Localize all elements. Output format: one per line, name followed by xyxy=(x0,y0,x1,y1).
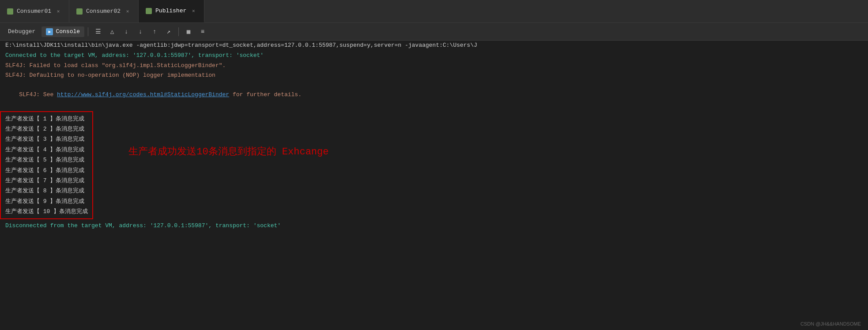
message-line-1: 生产者发送【 1 】条消息完成 xyxy=(5,114,88,124)
console-area: E:\install\JDK11\install\bin\java.exe -a… xyxy=(0,41,868,330)
tab-consumer02[interactable]: Consumer02 ✕ xyxy=(69,0,139,22)
tab-icon-publisher xyxy=(146,8,152,14)
message-row: 生产者发送【 1 】条消息完成生产者发送【 2 】条消息完成生产者发送【 3 】… xyxy=(0,109,868,221)
tab-consumer01[interactable]: Consumer01 ✕ xyxy=(0,0,69,22)
tab-label-consumer01: Consumer01 xyxy=(17,8,51,15)
tab-label-publisher: Publisher xyxy=(155,8,186,14)
tab-close-consumer01[interactable]: ✕ xyxy=(55,8,62,15)
console-line-slf4j-1: SLF4J: Failed to load class "org.slf4j.i… xyxy=(0,61,868,71)
console-label: Console xyxy=(56,28,80,35)
message-line-5: 生产者发送【 5 】条消息完成 xyxy=(5,155,88,165)
toolbar-separator-2 xyxy=(178,27,179,36)
mute-button[interactable]: ↗ xyxy=(162,26,175,38)
debugger-label: Debugger xyxy=(8,28,35,35)
restore-button[interactable]: △ xyxy=(106,26,118,38)
tab-label-consumer02: Consumer02 xyxy=(86,8,121,15)
toolbar-separator-1 xyxy=(88,27,88,36)
slf4j-suffix: for further details. xyxy=(229,91,302,98)
tab-close-consumer02[interactable]: ✕ xyxy=(124,8,131,15)
console-tab[interactable]: ▶ Console xyxy=(42,26,84,37)
slf4j-link[interactable]: http://www.slf4j.org/codes.html#StaticLo… xyxy=(57,91,229,98)
message-line-9: 生产者发送【 9 】条消息完成 xyxy=(5,196,88,206)
console-line-command: E:\install\JDK11\install\bin\java.exe -a… xyxy=(0,41,868,51)
console-line-disconnected: Disconnected from the target VM, address… xyxy=(0,221,868,231)
slf4j-prefix: SLF4J: See xyxy=(19,91,57,98)
message-line-4: 生产者发送【 4 】条消息完成 xyxy=(5,145,88,155)
message-line-7: 生产者发送【 7 】条消息完成 xyxy=(5,176,88,186)
message-line-10: 生产者发送【 10 】条消息完成 xyxy=(5,206,88,217)
message-line-6: 生产者发送【 6 】条消息完成 xyxy=(5,165,88,176)
tab-icon-consumer02 xyxy=(76,8,83,15)
annotation-text: 生产者成功发送10条消息到指定的 Exhcange xyxy=(128,145,328,158)
message-line-3: 生产者发送【 3 】条消息完成 xyxy=(5,134,88,144)
step-out-button[interactable]: ↑ xyxy=(148,26,161,38)
message-line-2: 生产者发送【 2 】条消息完成 xyxy=(5,124,88,134)
message-line-8: 生产者发送【 8 】条消息完成 xyxy=(5,186,88,196)
rerun-button[interactable]: ☰ xyxy=(92,26,104,38)
console-line-slf4j-3: SLF4J: See http://www.slf4j.org/codes.ht… xyxy=(0,81,868,109)
watermark: CSDN @JH&&HANDSOME xyxy=(800,321,861,326)
tab-close-publisher[interactable]: ✕ xyxy=(190,8,197,15)
message-box: 生产者发送【 1 】条消息完成生产者发送【 2 】条消息完成生产者发送【 3 】… xyxy=(0,111,93,220)
tab-bar: Consumer01 ✕ Consumer02 ✕ Publisher ✕ xyxy=(0,0,868,23)
tab-icon-consumer01 xyxy=(7,8,13,15)
toolbar: Debugger ▶ Console ☰ △ ↓ ↓ ↑ ↗ ▦ ≡ xyxy=(0,23,868,41)
console-icon: ▶ xyxy=(46,28,53,35)
stop-button[interactable]: ↓ xyxy=(120,26,132,38)
resume-button[interactable]: ↓ xyxy=(134,26,147,38)
table-button[interactable]: ▦ xyxy=(182,26,195,38)
debugger-tab[interactable]: Debugger xyxy=(4,26,40,37)
console-line-slf4j-2: SLF4J: Defaulting to no-operation (NOP) … xyxy=(0,71,868,81)
settings-button[interactable]: ≡ xyxy=(196,26,209,38)
tab-publisher[interactable]: Publisher ✕ xyxy=(139,0,204,22)
console-line-connected: Connected to the target VM, address: '12… xyxy=(0,51,868,61)
